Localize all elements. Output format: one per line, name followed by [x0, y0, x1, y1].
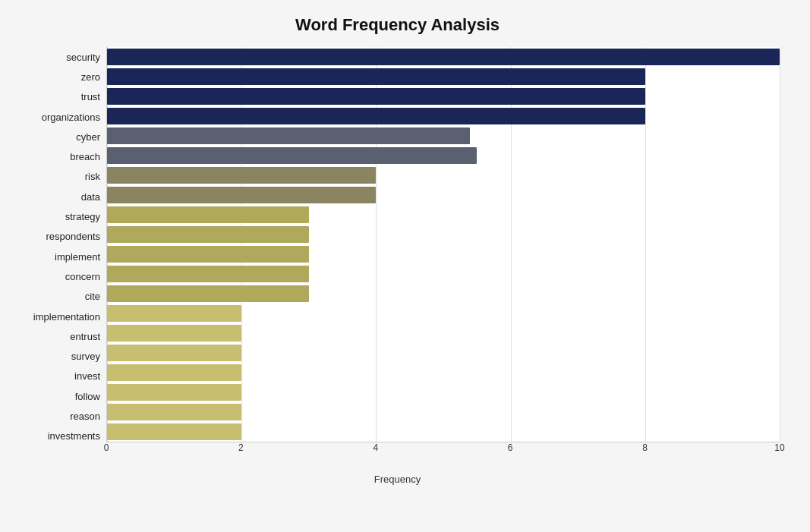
- bar-row: [107, 343, 780, 363]
- bar: [107, 266, 309, 282]
- bar-row: [107, 185, 780, 205]
- bar: [107, 384, 241, 401]
- bar: [107, 325, 241, 342]
- y-label: implement: [55, 252, 100, 262]
- bar: [107, 167, 376, 184]
- y-label: strategy: [65, 212, 100, 222]
- bar: [107, 88, 645, 105]
- y-label: security: [66, 52, 100, 62]
- y-label: risk: [85, 172, 100, 181]
- bar: [107, 246, 309, 263]
- bar-row: [107, 67, 780, 87]
- bar-row: [107, 382, 780, 402]
- bar-row: [107, 165, 780, 185]
- y-label: cyber: [76, 132, 100, 142]
- bar-row: [107, 126, 780, 146]
- x-tick-label: 8: [642, 442, 648, 453]
- bar: [107, 49, 780, 65]
- bar: [107, 206, 309, 223]
- y-label: concern: [65, 272, 100, 282]
- bar-row: [107, 363, 780, 382]
- y-label: trust: [81, 92, 100, 102]
- bar-row: [107, 402, 780, 422]
- bar-row: [107, 106, 780, 126]
- y-label: invest: [74, 371, 100, 381]
- y-label: implementation: [33, 312, 100, 322]
- y-label: survey: [71, 351, 100, 361]
- x-tick-label: 4: [373, 442, 378, 453]
- y-label: zero: [81, 72, 100, 82]
- bar-row: [107, 422, 780, 442]
- bar: [107, 68, 645, 85]
- bar: [107, 423, 241, 440]
- y-label: cite: [85, 291, 100, 301]
- bar-row: [107, 304, 780, 323]
- y-label: investments: [48, 431, 100, 441]
- bar-row: [107, 244, 780, 264]
- bar: [107, 226, 309, 243]
- x-tick-label: 2: [238, 442, 244, 453]
- x-tick-label: 6: [508, 442, 513, 453]
- bar: [107, 364, 241, 381]
- bar: [107, 305, 241, 322]
- x-axis-title: Frequency: [15, 474, 780, 485]
- bar-row: [107, 225, 780, 244]
- bars-wrapper: 0246810: [106, 47, 780, 446]
- bar: [107, 404, 241, 420]
- x-tick-label: 10: [774, 442, 784, 453]
- y-label: respondents: [46, 231, 100, 241]
- grid-line: [780, 47, 780, 442]
- y-axis-labels: securityzerotrustorganizationscyberbreac…: [15, 47, 106, 446]
- bars-area: [106, 47, 780, 442]
- y-label: data: [81, 192, 100, 202]
- bar-row: [107, 146, 780, 165]
- y-label: organizations: [42, 112, 100, 122]
- chart-title: Word Frequency Analysis: [15, 15, 780, 35]
- bar: [107, 187, 376, 203]
- bar: [107, 127, 470, 144]
- y-label: reason: [70, 411, 100, 421]
- y-label: follow: [75, 392, 100, 401]
- bar-row: [107, 47, 780, 67]
- bar-row: [107, 323, 780, 343]
- bar-row: [107, 284, 780, 304]
- bar: [107, 345, 241, 361]
- bar-row: [107, 205, 780, 225]
- bar: [107, 108, 645, 124]
- y-label: breach: [70, 152, 100, 162]
- y-label: entrust: [70, 332, 100, 342]
- bar: [107, 147, 477, 164]
- x-tick-label: 0: [104, 442, 109, 453]
- bar-row: [107, 264, 780, 284]
- bar: [107, 285, 309, 302]
- bar-row: [107, 87, 780, 106]
- chart-container: Word Frequency Analysis securityzerotrus…: [0, 0, 810, 532]
